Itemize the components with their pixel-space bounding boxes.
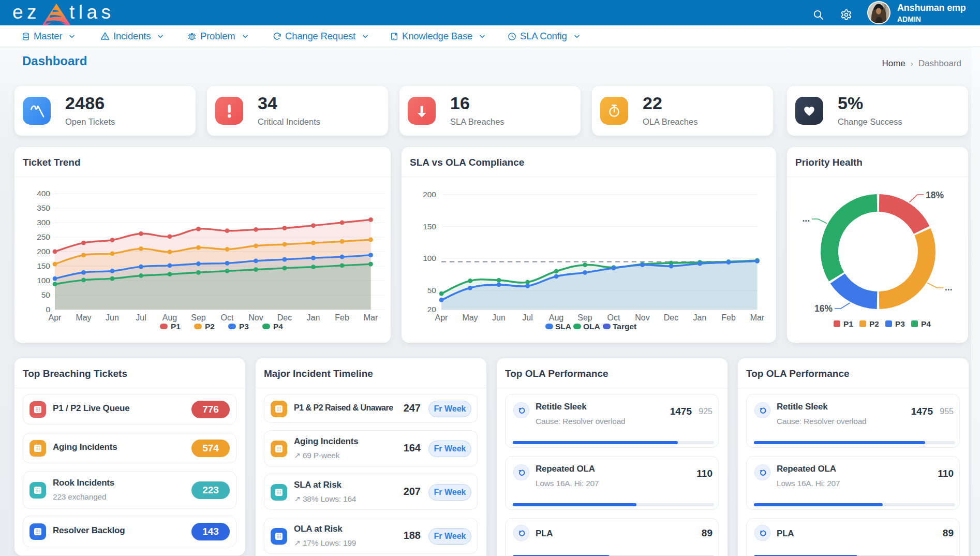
svg-text:16%: 16% xyxy=(814,303,833,314)
svg-text:Jan: Jan xyxy=(307,313,320,322)
svg-text:Nov: Nov xyxy=(248,313,263,322)
svg-text:Apr: Apr xyxy=(49,313,62,322)
svg-text:May: May xyxy=(76,313,91,322)
svg-text:200: 200 xyxy=(423,190,436,199)
svg-text:Jan: Jan xyxy=(693,313,707,322)
svg-text:Feb: Feb xyxy=(721,313,736,322)
svg-text:150: 150 xyxy=(423,222,436,231)
svg-text:Aug: Aug xyxy=(162,313,177,322)
svg-text:150: 150 xyxy=(37,261,50,270)
svg-text:Jun: Jun xyxy=(492,313,506,322)
svg-text:Apr: Apr xyxy=(435,313,449,322)
svg-text:Dec: Dec xyxy=(664,313,678,322)
svg-text:...: ... xyxy=(802,213,810,224)
svg-text:Jul: Jul xyxy=(522,313,532,322)
svg-text:Sep: Sep xyxy=(191,313,206,322)
svg-text:Aug: Aug xyxy=(549,313,563,322)
svg-text:Jun: Jun xyxy=(106,313,119,322)
svg-text:May: May xyxy=(462,313,478,322)
svg-text:...: ... xyxy=(945,282,953,292)
svg-text:100: 100 xyxy=(37,276,50,285)
svg-text:0: 0 xyxy=(46,305,50,314)
svg-text:Oct: Oct xyxy=(607,313,620,322)
svg-text:200: 200 xyxy=(37,247,50,256)
svg-text:Dec: Dec xyxy=(277,313,292,322)
svg-text:P4: P4 xyxy=(273,322,283,331)
svg-text:P4: P4 xyxy=(921,319,931,328)
svg-text:18%: 18% xyxy=(926,190,944,200)
svg-text:Target: Target xyxy=(613,322,636,331)
svg-text:P1: P1 xyxy=(171,322,181,331)
svg-text:Mar: Mar xyxy=(750,313,765,322)
svg-text:20: 20 xyxy=(427,305,437,314)
svg-text:Sep: Sep xyxy=(577,313,592,322)
svg-text:100: 100 xyxy=(423,254,436,262)
svg-text:P1: P1 xyxy=(843,319,853,328)
svg-text:350: 350 xyxy=(37,203,50,212)
svg-text:Oct: Oct xyxy=(221,313,234,322)
svg-text:Mar: Mar xyxy=(364,313,378,322)
svg-text:P3: P3 xyxy=(239,322,249,331)
svg-text:50: 50 xyxy=(41,290,51,299)
svg-text:P2: P2 xyxy=(205,322,215,331)
svg-text:SLA: SLA xyxy=(555,322,571,331)
svg-text:P2: P2 xyxy=(869,319,879,328)
svg-text:Jul: Jul xyxy=(136,313,146,322)
svg-text:50: 50 xyxy=(427,286,437,295)
svg-text:OLA: OLA xyxy=(583,322,600,331)
svg-text:Nov: Nov xyxy=(635,313,649,322)
svg-text:P3: P3 xyxy=(895,319,905,328)
svg-text:400: 400 xyxy=(37,189,50,198)
svg-text:250: 250 xyxy=(37,232,50,241)
svg-text:Feb: Feb xyxy=(335,313,349,322)
svg-text:300: 300 xyxy=(37,218,50,227)
